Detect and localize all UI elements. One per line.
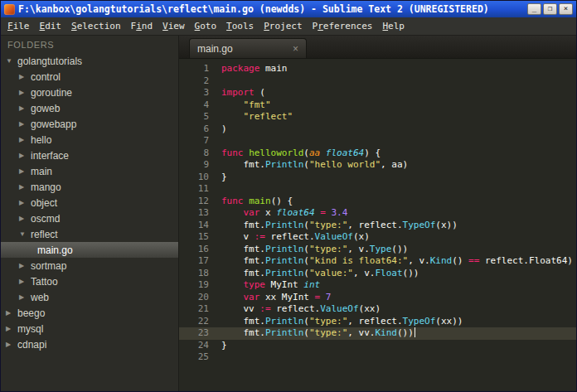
file-main.go[interactable]: main.go: [1, 242, 178, 258]
tab-main.go[interactable]: main.go×: [189, 38, 307, 58]
close-button[interactable]: ×: [559, 3, 573, 15]
folder-tattoo[interactable]: ▶Tattoo: [1, 273, 178, 289]
code-line-9[interactable]: 9 fmt.Println("hello world", aa): [179, 159, 576, 172]
folder-golangtutorials[interactable]: ▼golangtutorials: [1, 53, 178, 69]
tab-label: main.go: [197, 43, 233, 55]
folder-cdnapi[interactable]: ▶cdnapi: [1, 336, 178, 352]
chevron-down-icon[interactable]: ▼: [6, 57, 17, 65]
code-line-21[interactable]: 21 vv := reflect.ValueOf(xx): [179, 303, 576, 316]
tab-bar: main.go×: [179, 36, 576, 59]
code-line-13[interactable]: 13 var x float64 = 3.4: [179, 207, 576, 220]
code-line-8[interactable]: 8func helloworld(aa float64) {: [179, 148, 576, 160]
code-token: 7: [326, 292, 332, 302]
code-line-18[interactable]: 18 fmt.Println("value:", v.Float()): [179, 268, 576, 280]
chevron-right-icon[interactable]: ▶: [6, 309, 17, 317]
code-line-1[interactable]: 1package main: [179, 63, 576, 75]
code-line-3[interactable]: 3import (: [179, 87, 576, 99]
code-line-10[interactable]: 10}: [179, 172, 576, 184]
folder-main[interactable]: ▶main: [1, 163, 178, 179]
chevron-right-icon[interactable]: ▶: [19, 262, 31, 269]
code-token: ()): [391, 244, 408, 254]
folder-sortmap[interactable]: ▶sortmap: [1, 258, 178, 273]
code-token: (: [255, 87, 265, 98]
code-token: func: [221, 196, 244, 206]
chevron-right-icon[interactable]: ▶: [19, 293, 31, 301]
folder-hello[interactable]: ▶hello: [1, 132, 178, 148]
code-token: type: [244, 279, 266, 290]
minimize-button[interactable]: _: [527, 3, 541, 15]
folder-reflect[interactable]: ▼reflect: [1, 226, 178, 242]
code-token: (xx): [359, 303, 381, 314]
chevron-down-icon[interactable]: ▼: [19, 230, 31, 238]
code-text: fmt.Println("type:", vv.Kind()): [209, 327, 415, 340]
folder-control[interactable]: ▶control: [1, 69, 178, 85]
folder-mysql[interactable]: ▶mysql: [1, 321, 178, 336]
menu-tools[interactable]: Tools: [221, 18, 259, 34]
tab-close-icon[interactable]: ×: [293, 44, 298, 54]
tree-item-label: mango: [31, 181, 61, 193]
code-line-11[interactable]: 11: [179, 183, 576, 196]
folder-interface[interactable]: ▶interface: [1, 148, 178, 163]
code-text: import (: [209, 87, 265, 99]
chevron-right-icon[interactable]: ▶: [19, 104, 31, 112]
chevron-right-icon[interactable]: ▶: [19, 199, 31, 206]
folder-gowebapp[interactable]: ▶gowebapp: [1, 116, 178, 132]
code-line-4[interactable]: 4 "fmt": [179, 99, 576, 112]
chevron-right-icon[interactable]: ▶: [19, 152, 31, 159]
code-token: func: [221, 148, 244, 158]
code-line-20[interactable]: 20 var xx MyInt = 7: [179, 292, 576, 304]
line-number: 16: [179, 244, 209, 256]
code-line-7[interactable]: 7: [179, 135, 576, 148]
menu-project[interactable]: Project: [259, 18, 307, 34]
code-token: [221, 111, 244, 122]
chevron-right-icon[interactable]: ▶: [19, 89, 31, 96]
code-line-6[interactable]: 6): [179, 123, 576, 136]
menu-file[interactable]: File: [2, 18, 35, 34]
code-line-2[interactable]: 2: [179, 75, 576, 88]
menu-edit[interactable]: Edit: [35, 18, 67, 34]
maximize-button[interactable]: ❐: [543, 3, 557, 15]
folder-web[interactable]: ▶web: [1, 289, 178, 305]
menu-preferences[interactable]: Preferences: [308, 18, 378, 34]
code-line-14[interactable]: 14 fmt.Println("type:", reflect.TypeOf(x…: [179, 220, 576, 232]
tree-item-label: web: [31, 292, 49, 303]
line-number: 4: [179, 99, 209, 112]
chevron-right-icon[interactable]: ▶: [6, 325, 17, 332]
folder-beego[interactable]: ▶beego: [1, 305, 178, 321]
code-token: "fmt": [244, 99, 271, 110]
chevron-right-icon[interactable]: ▶: [19, 120, 31, 128]
chevron-right-icon[interactable]: ▶: [19, 215, 31, 222]
folder-mango[interactable]: ▶mango: [1, 179, 178, 195]
menu-selection[interactable]: Selection: [66, 18, 126, 34]
menu-help[interactable]: Help: [377, 18, 410, 34]
folder-object[interactable]: ▶object: [1, 195, 178, 211]
code-text: fmt.Println("type:", reflect.TypeOf(xx)): [209, 316, 463, 328]
code-line-15[interactable]: 15 v := reflect.ValueOf(x): [179, 231, 576, 244]
chevron-right-icon[interactable]: ▶: [19, 73, 31, 80]
code-editor[interactable]: 1package main23import (4 "fmt"5 "reflect…: [179, 59, 576, 391]
menu-find[interactable]: Find: [126, 18, 158, 34]
folder-goroutine[interactable]: ▶goroutine: [1, 85, 178, 100]
chevron-right-icon[interactable]: ▶: [19, 183, 31, 191]
code-line-24[interactable]: 24}: [179, 340, 576, 352]
code-line-12[interactable]: 12func main() {: [179, 196, 576, 208]
code-line-19[interactable]: 19 type MyInt int: [179, 279, 576, 292]
code-line-22[interactable]: 22 fmt.Println("type:", reflect.TypeOf(x…: [179, 316, 576, 328]
code-text: var xx MyInt = 7: [209, 292, 331, 304]
menu-goto[interactable]: Goto: [190, 18, 222, 34]
code-line-23[interactable]: 23 fmt.Println("type:", vv.Kind()): [179, 327, 576, 340]
chevron-right-icon[interactable]: ▶: [19, 136, 31, 143]
folder-oscmd[interactable]: ▶oscmd: [1, 211, 178, 226]
chevron-right-icon[interactable]: ▶: [19, 278, 31, 285]
code-line-17[interactable]: 17 fmt.Println("kind is float64:", v.Kin…: [179, 255, 576, 268]
code-line-5[interactable]: 5 "reflect": [179, 111, 576, 123]
code-token: (: [303, 148, 309, 158]
code-text: func main() {: [209, 196, 293, 208]
chevron-right-icon[interactable]: ▶: [19, 167, 31, 175]
chevron-right-icon[interactable]: ▶: [6, 341, 17, 348]
menu-view[interactable]: View: [158, 18, 190, 34]
titlebar[interactable]: F:\kanbox\golangtutorials\reflect\main.g…: [1, 1, 576, 17]
folder-goweb[interactable]: ▶goweb: [1, 100, 178, 116]
code-line-25[interactable]: 25: [179, 351, 576, 364]
code-line-16[interactable]: 16 fmt.Println("type:", v.Type()): [179, 244, 576, 256]
